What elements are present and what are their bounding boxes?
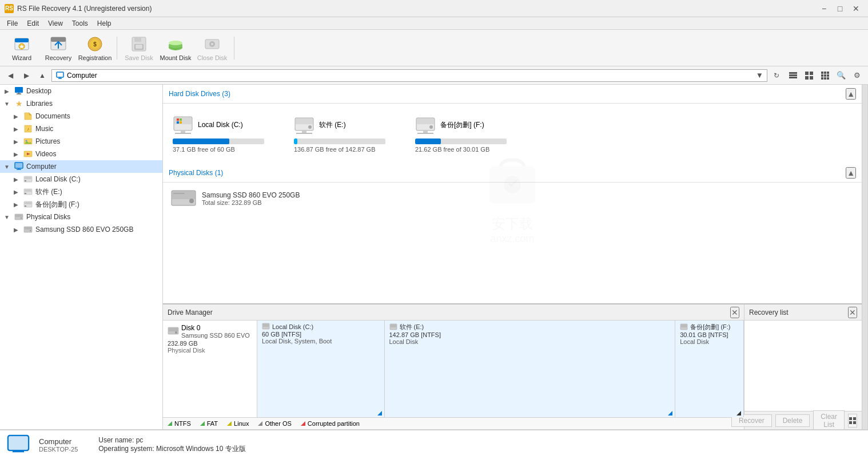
samsung-expand[interactable]: ▶ xyxy=(11,225,21,234)
videos-label: Videos xyxy=(35,150,56,158)
back-button[interactable]: ◀ xyxy=(3,69,17,82)
svg-rect-79 xyxy=(173,193,185,194)
address-bar: ◀ ▶ ▲ Computer ▼ ↻ xyxy=(0,66,868,85)
sidebar-item-computer[interactable]: ▼ Computer xyxy=(0,160,162,173)
physical-disks-expand[interactable]: ▼ xyxy=(2,212,11,221)
drive-manager-close[interactable]: ✕ xyxy=(730,307,739,318)
sidebar-item-videos[interactable]: ▶ Videos xyxy=(0,148,162,160)
menu-view[interactable]: View xyxy=(43,18,67,29)
hard-disk-collapse[interactable]: ▲ xyxy=(846,88,856,100)
partition-e[interactable]: 软件 (E:) 142.87 GB [NTFS] Local Disk xyxy=(385,320,676,417)
sidebar-item-samsung[interactable]: ▶ Samsung SSD 860 EVO 250GB xyxy=(0,223,162,236)
delete-button[interactable]: Delete xyxy=(775,414,810,427)
local-c-expand[interactable]: ▶ xyxy=(11,175,21,184)
drive-f-bar xyxy=(415,139,441,144)
hard-disk-title: Hard Disk Drives (3) xyxy=(169,90,230,98)
registration-button[interactable]: $ Registration xyxy=(78,32,112,64)
partition-c-name: Local Disk (C:) xyxy=(272,323,313,330)
samsung-disk-size: Total size: 232.89 GB xyxy=(202,199,300,206)
title-bar-left: RS RS File Recovery 4.1 (Unregistered ve… xyxy=(5,4,152,13)
partition-e-icon xyxy=(389,323,397,331)
wizard-button[interactable]: Wizard xyxy=(5,32,39,64)
close-disk-button[interactable]: Close Disk xyxy=(195,32,229,64)
recovery-panel-close[interactable]: ✕ xyxy=(848,307,857,318)
menu-help[interactable]: Help xyxy=(93,18,116,29)
menu-tools[interactable]: Tools xyxy=(67,18,93,29)
sidebar-item-soft-e[interactable]: ▶ 软件 (E:) xyxy=(0,185,162,198)
partition-c-size: 60 GB [NTFS] xyxy=(262,331,380,338)
refresh-button[interactable]: ↻ xyxy=(770,69,783,82)
samsung-disk-name: Samsung SSD 860 EVO 250GB xyxy=(202,191,300,199)
backup-f-icon xyxy=(23,199,33,209)
menu-edit[interactable]: Edit xyxy=(22,18,43,29)
clear-list-button[interactable]: Clear List xyxy=(813,410,845,430)
save-disk-button[interactable]: Save Disk xyxy=(122,32,156,64)
sidebar-item-pictures[interactable]: ▶ Pictures xyxy=(0,135,162,148)
drive-item-c[interactable]: Local Disk (C:) 37.1 GB free of 60 GB xyxy=(169,110,283,157)
options-button[interactable]: ⚙ xyxy=(850,68,865,83)
svg-text:$: $ xyxy=(93,41,97,48)
drive-manager-title: Drive Manager xyxy=(168,308,213,316)
physical-disk-collapse[interactable]: ▲ xyxy=(846,167,856,179)
search-button[interactable]: 🔍 xyxy=(834,68,849,83)
legend-ntfs: NTFS xyxy=(168,420,191,427)
svg-rect-60 xyxy=(177,118,179,121)
title-bar-controls: − □ ✕ xyxy=(817,1,863,16)
view-icons-button[interactable] xyxy=(818,68,833,83)
up-button[interactable]: ▲ xyxy=(35,69,49,82)
view-details-button[interactable] xyxy=(786,68,801,83)
mount-disk-button[interactable]: Mount Disk xyxy=(158,32,193,64)
sidebar-item-documents[interactable]: ▶ Documents xyxy=(0,110,162,122)
pictures-expand[interactable]: ▶ xyxy=(11,137,21,146)
svg-point-78 xyxy=(189,199,194,203)
minimize-button[interactable]: − xyxy=(817,1,831,16)
close-button[interactable]: ✕ xyxy=(849,1,863,16)
recovery-settings-button[interactable] xyxy=(848,414,857,428)
sidebar-item-desktop[interactable]: ▶ Desktop xyxy=(0,85,162,97)
videos-expand[interactable]: ▶ xyxy=(11,149,21,159)
physical-disk-section-header: Physical Disks (1) ▲ xyxy=(163,164,862,183)
computer-expand[interactable]: ▼ xyxy=(2,162,11,171)
title-bar: RS RS File Recovery 4.1 (Unregistered ve… xyxy=(0,0,868,17)
samsung-disk-info: Samsung SSD 860 EVO 250GB Total size: 23… xyxy=(202,191,300,206)
recovery-button[interactable]: Recovery xyxy=(41,32,75,64)
drive-c-top: Local Disk (C:) xyxy=(173,114,243,135)
desktop-expand[interactable]: ▶ xyxy=(2,86,11,96)
sidebar-item-local-c[interactable]: ▶ Local Disk (C:) xyxy=(0,173,162,185)
address-input-container[interactable]: Computer ▼ xyxy=(51,69,767,82)
music-expand[interactable]: ▶ xyxy=(11,124,21,133)
music-icon: ♪ xyxy=(23,124,33,134)
documents-expand[interactable]: ▶ xyxy=(11,112,21,121)
forward-button[interactable]: ▶ xyxy=(19,69,33,82)
maximize-button[interactable]: □ xyxy=(833,1,847,16)
drive-item-e[interactable]: 软件 (E:) 136.87 GB free of 142.87 GB xyxy=(290,110,404,157)
backup-f-expand[interactable]: ▶ xyxy=(11,200,21,209)
status-bar: Computer DESKTOP-25 User name: pc Operat… xyxy=(0,429,868,459)
drive-e-name: 软件 (E:) xyxy=(319,120,346,130)
libraries-label: Libraries xyxy=(26,100,53,108)
libraries-expand[interactable]: ▼ xyxy=(2,99,11,108)
address-dropdown-button[interactable]: ▼ xyxy=(756,71,763,80)
svg-point-17 xyxy=(211,43,213,45)
soft-e-expand[interactable]: ▶ xyxy=(11,187,21,196)
svg-rect-93 xyxy=(849,421,852,424)
drive-item-f[interactable]: 备份[勿删] (F:) 21.62 GB free of 30.01 GB xyxy=(411,110,525,157)
svg-rect-33 xyxy=(824,77,826,80)
sidebar-item-backup-f[interactable]: ▶ 备份[勿删] (F:) xyxy=(0,198,162,211)
disk0-size: 232.89 GB xyxy=(168,340,252,347)
sidebar-item-libraries[interactable]: ▼ ★ Libraries xyxy=(0,97,162,110)
menu-file[interactable]: File xyxy=(2,18,22,29)
partition-c[interactable]: Local Disk (C:) 60 GB [NTFS] Local Disk,… xyxy=(257,320,385,417)
sidebar-item-physical-disks[interactable]: ▼ Physical Disks xyxy=(0,211,162,223)
legend-bar: NTFS FAT Linux Other OS xyxy=(163,417,744,429)
drive-f-top: 备份[勿删] (F:) xyxy=(415,114,484,135)
partition-f[interactable]: 备份[勿删] (F:) 30.01 GB [NTFS] Local Disk xyxy=(675,320,744,417)
sidebar-item-music[interactable]: ▶ ♪ Music xyxy=(0,122,162,135)
svg-rect-34 xyxy=(827,77,829,80)
disk0-type: Physical Disk xyxy=(168,347,252,354)
svg-rect-1 xyxy=(15,38,29,42)
registration-icon: $ xyxy=(86,35,104,53)
view-list-button[interactable] xyxy=(802,68,817,83)
resize-handle[interactable] xyxy=(862,85,867,429)
physical-disk-samsung[interactable]: Samsung SSD 860 EVO 250GB Total size: 23… xyxy=(163,183,862,215)
